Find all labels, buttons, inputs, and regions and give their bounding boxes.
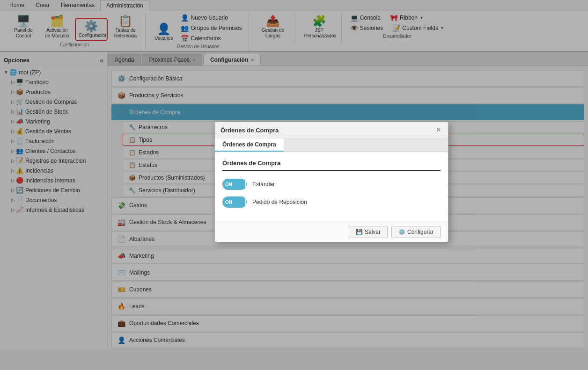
toggle-pedido-reposicion-on-label: ON [225,200,232,205]
toggle-estandar[interactable]: ON [222,179,247,190]
toggle-estandar-knob [245,180,246,189]
toggle-row-pedido-reposicion: ON Pedido de Reposición [222,196,441,208]
modal-tab-ordenes-compra[interactable]: Órdenes de Compra [215,138,284,152]
modal-ordenes-compra: Órdenes de Compra × Órdenes de Compra Ór… [214,122,448,242]
toggle-pedido-reposicion-knob [245,197,246,207]
modal-footer: 💾 Salvar ⚙️ Configurar [215,222,448,242]
salvar-icon: 💾 [356,229,363,235]
modal-section-title: Órdenes de Compra [222,160,441,171]
modal-header: Órdenes de Compra × [215,122,448,138]
toggle-pedido-reposicion-label: Pedido de Reposición [252,199,307,205]
toggle-estandar-on-label: ON [225,182,232,187]
toggle-row-estandar: ON Estándar [222,179,441,190]
modal-overlay: Órdenes de Compra × Órdenes de Compra Ór… [0,0,588,370]
modal-tabs: Órdenes de Compra [215,138,448,152]
toggle-estandar-label: Estándar [252,181,275,188]
configurar-icon: ⚙️ [398,229,405,235]
modal-body: Órdenes de Compra ON Estándar ON Pedido … [215,152,448,222]
toggle-pedido-reposicion[interactable]: ON [222,196,247,208]
modal-title: Órdenes de Compra [220,127,279,134]
modal-close-button[interactable]: × [434,126,442,134]
salvar-button[interactable]: 💾 Salvar [349,226,388,238]
configurar-button[interactable]: ⚙️ Configurar [391,226,441,238]
